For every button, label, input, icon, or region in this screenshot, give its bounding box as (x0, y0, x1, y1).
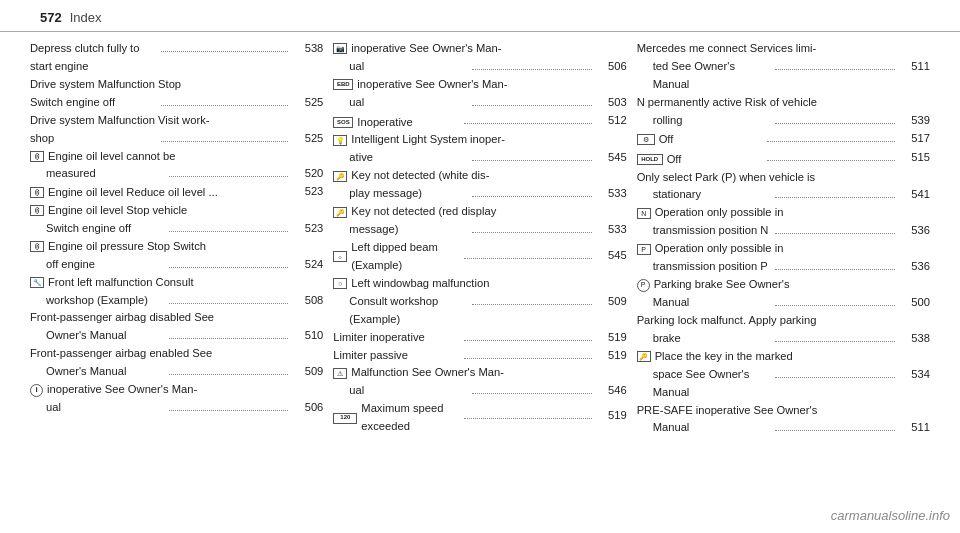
list-item: 🔧 Front left malfunction Consult (30, 274, 323, 292)
list-item: PRE-SAFE inoperative See Owner's (637, 402, 930, 420)
list-item: Drive system Malfunction Stop (30, 76, 323, 94)
list-item: measured 520 (30, 165, 323, 183)
list-item: EBD inoperative See Owner's Man- (333, 76, 626, 94)
list-item: 🛢 Engine oil level Stop vehicle (30, 202, 323, 220)
oil-pressure-icon: 🛢 (30, 241, 44, 252)
warning-icon: ⚠ (333, 368, 347, 379)
list-item: ual 506 (30, 399, 323, 417)
list-item: Only select Park (P) when vehicle is (637, 169, 930, 187)
circle-i-icon: i (30, 384, 43, 397)
list-item: Limiter inoperative 519 (333, 329, 626, 347)
light-icon: 💡 (333, 135, 347, 146)
column-1: Depress clutch fully to start engine 538… (30, 40, 323, 437)
list-item: shop 525 (30, 130, 323, 148)
wrench-icon: 🔧 (30, 277, 44, 288)
list-item: Owner's Manual 510 (30, 327, 323, 345)
list-item: transmission position P 536 (637, 258, 930, 276)
page-title: Index (70, 10, 102, 25)
key-red-icon: 🔑 (333, 207, 347, 218)
list-item: Manual 511 (637, 419, 930, 437)
list-item: Front-passenger airbag disabled See (30, 309, 323, 327)
list-item: 🛢 Engine oil pressure Stop Switch (30, 238, 323, 256)
parking-brake-icon: P (637, 279, 650, 292)
column-3: Mercedes me connect Services limi- ted S… (637, 40, 930, 437)
list-item: Consult workshop (Example) 509 (333, 293, 626, 329)
list-item: 🔑 Place the key in the marked (637, 348, 930, 366)
list-item: ative 545 (333, 149, 626, 167)
list-item: message) 533 (333, 221, 626, 239)
list-item: ual 506 (333, 58, 626, 76)
list-item: N permanently active Risk of vehicle (637, 94, 930, 112)
list-item: Mercedes me connect Services limi- (637, 40, 930, 58)
list-item: ual 503 (333, 94, 626, 112)
list-item: P Parking brake See Owner's (637, 276, 930, 294)
list-item: Parking lock malfunct. Apply parking (637, 312, 930, 330)
page-header: 572 Index (0, 0, 960, 32)
list-item: P Operation only possible in (637, 240, 930, 258)
list-item: 💡 Intelligent Light System inoper- (333, 131, 626, 149)
oil-can-icon2: 🛢 (30, 187, 44, 198)
ebd-icon: EBD (333, 79, 353, 90)
list-item: Front-passenger airbag enabled See (30, 345, 323, 363)
trans-n-icon: N (637, 208, 651, 219)
list-item: i inoperative See Owner's Man- (30, 381, 323, 399)
trans-p-icon: P (637, 244, 651, 255)
list-item: Manual 500 (637, 294, 930, 312)
watermark: carmanualsoline.info (831, 508, 950, 523)
list-item: space See Owner's Manual 534 (637, 366, 930, 402)
list-item: off engine 524 (30, 256, 323, 274)
list-item: SOS Inoperative 512 (333, 112, 626, 132)
list-item: stationary 541 (637, 186, 930, 204)
list-item: Switch engine off 525 (30, 94, 323, 112)
list-item: transmission position N 536 (637, 222, 930, 240)
list-item: 120 Maximum speed exceeded 519 (333, 400, 626, 436)
key-white-icon: 🔑 (333, 171, 347, 182)
list-item: Switch engine off 523 (30, 220, 323, 238)
list-item: play message) 533 (333, 185, 626, 203)
page-number: 572 (40, 10, 62, 25)
column-2: 📷 inoperative See Owner's Man- ual 506 E… (333, 40, 626, 437)
list-item: 🛢 Engine oil level cannot be (30, 148, 323, 166)
list-item: Limiter passive 519 (333, 347, 626, 365)
oil-can-icon3: 🛢 (30, 205, 44, 216)
list-item: 🔑 Key not detected (red display (333, 203, 626, 221)
list-item: ⬦ Left dipped beam (Example) 545 (333, 239, 626, 275)
list-item: 🔑 Key not detected (white dis- (333, 167, 626, 185)
list-item: ○ Left windowbag malfunction (333, 275, 626, 293)
list-item: rolling 539 (637, 112, 930, 130)
sos-icon: SOS (333, 117, 353, 128)
list-item: workshop (Example) 508 (30, 292, 323, 310)
key-slot-icon: 🔑 (637, 351, 651, 362)
speed-120-icon: 120 (333, 413, 357, 424)
camera-icon: 📷 (333, 43, 347, 54)
oil-can-icon: 🛢 (30, 151, 44, 162)
list-item: HOLD Off 515 (637, 149, 930, 169)
list-item: 🛢 Engine oil level Reduce oil level ... … (30, 183, 323, 202)
list-item: 📷 inoperative See Owner's Man- (333, 40, 626, 58)
list-item: ual 546 (333, 382, 626, 400)
hold-off-icon: HOLD (637, 154, 663, 165)
content-columns: Depress clutch fully to start engine 538… (0, 40, 960, 437)
list-item: Depress clutch fully to start engine 538 (30, 40, 323, 76)
list-item: Owner's Manual 509 (30, 363, 323, 381)
list-item: N Operation only possible in (637, 204, 930, 222)
gear-off-icon: ⚙ (637, 134, 655, 145)
list-item: Drive system Malfunction Visit work- (30, 112, 323, 130)
headlamp-icon: ⬦ (333, 251, 347, 262)
list-item: ted See Owner's Manual 511 (637, 58, 930, 94)
list-item: ⚠ Malfunction See Owner's Man- (333, 364, 626, 382)
list-item: brake 538 (637, 330, 930, 348)
windowbag-icon: ○ (333, 278, 347, 289)
list-item: ⚙ Off 517 (637, 130, 930, 149)
